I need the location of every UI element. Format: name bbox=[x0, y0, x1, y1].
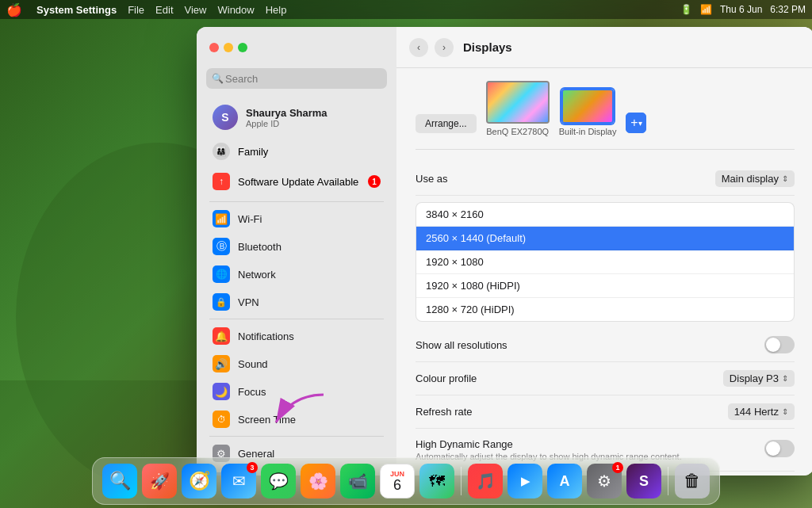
minimize-button[interactable] bbox=[224, 43, 233, 52]
sidebar-item-vpn[interactable]: 🔒 VPN bbox=[203, 288, 390, 315]
dock-item-finder[interactable]: 🔍 bbox=[102, 464, 137, 498]
menu-help[interactable]: Help bbox=[266, 4, 287, 16]
slack-icon: S bbox=[639, 473, 649, 490]
messages-icon: 💬 bbox=[269, 472, 289, 491]
dock-item-launchpad[interactable]: 🚀 bbox=[142, 464, 177, 498]
close-button[interactable] bbox=[209, 43, 219, 52]
main-titlebar: ‹ › Displays bbox=[396, 27, 812, 68]
menu-view[interactable]: View bbox=[185, 4, 207, 16]
dock-separator-2 bbox=[668, 467, 668, 495]
hdr-toggle[interactable] bbox=[764, 440, 795, 457]
dock-item-messages[interactable]: 💬 bbox=[261, 464, 296, 498]
dock-item-photos[interactable]: 🌸 bbox=[301, 464, 335, 498]
sidebar-search-container: 🔍 bbox=[197, 68, 396, 95]
software-update-icon: ↑ bbox=[213, 173, 230, 190]
dock-item-slack[interactable]: S bbox=[626, 464, 661, 498]
sidebar-item-screen-time[interactable]: ⏱ Screen Time bbox=[203, 406, 390, 433]
sidebar-item-software-update[interactable]: ↑ Software Update Available 1 bbox=[203, 168, 390, 195]
dock-item-trash[interactable]: 🗑 bbox=[675, 464, 710, 498]
app-name[interactable]: System Settings bbox=[36, 4, 117, 16]
menu-file[interactable]: File bbox=[128, 4, 144, 16]
dock-item-mail[interactable]: ✉ 3 bbox=[221, 464, 256, 498]
divider-3 bbox=[209, 436, 384, 437]
wifi-label: Wi-Fi bbox=[238, 213, 381, 225]
resolution-item-1[interactable]: 2560 × 1440 (Default) bbox=[416, 227, 794, 250]
show-all-row: Show all resolutions bbox=[416, 328, 795, 362]
refresh-rate-dropdown[interactable]: 144 Hertz ⇕ bbox=[728, 403, 795, 420]
sidebar-item-family[interactable]: 👨‍👩‍👧 Family bbox=[203, 138, 390, 165]
menu-window[interactable]: Window bbox=[217, 4, 254, 16]
display-builtin-label: Built-in Display bbox=[559, 127, 617, 136]
dock-item-maps[interactable]: 🗺 bbox=[419, 464, 454, 498]
resolution-item-4[interactable]: 1280 × 720 (HiDPI) bbox=[416, 298, 794, 321]
chevron-down-icon: ⇕ bbox=[782, 174, 788, 183]
toggle-knob bbox=[766, 441, 780, 456]
network-icon: 🌐 bbox=[213, 265, 230, 283]
focus-icon: 🌙 bbox=[213, 383, 230, 400]
use-as-dropdown[interactable]: Main display ⇕ bbox=[715, 170, 795, 187]
dock-item-appletv[interactable]: ▶ bbox=[508, 464, 542, 498]
refresh-rate-value: 144 Hertz bbox=[734, 406, 779, 418]
menu-edit[interactable]: Edit bbox=[155, 4, 173, 16]
dock-item-calendar[interactable]: JUN 6 bbox=[380, 464, 415, 498]
mail-badge: 3 bbox=[247, 462, 258, 473]
main-body[interactable]: Arrange... BenQ EX2780Q Built-in Display… bbox=[396, 68, 812, 476]
sidebar-item-sound[interactable]: 🔊 Sound bbox=[203, 350, 390, 377]
forward-button[interactable]: › bbox=[435, 38, 454, 57]
use-as-label: Use as bbox=[416, 173, 715, 185]
safari-icon: 🧭 bbox=[189, 471, 210, 491]
appletv-icon: ▶ bbox=[521, 475, 530, 487]
chevron-down-icon: ⇕ bbox=[782, 407, 788, 416]
dock-item-safari[interactable]: 🧭 bbox=[182, 464, 216, 498]
focus-label: Focus bbox=[238, 386, 381, 398]
software-update-badge: 1 bbox=[368, 175, 381, 188]
sidebar-item-bluetooth[interactable]: Ⓑ Bluetooth bbox=[203, 233, 390, 260]
maps-icon: 🗺 bbox=[429, 472, 445, 491]
colour-profile-dropdown[interactable]: Display P3 ⇕ bbox=[723, 370, 795, 387]
sidebar-item-focus[interactable]: 🌙 Focus bbox=[203, 378, 390, 405]
search-input[interactable] bbox=[206, 68, 387, 89]
maximize-button[interactable] bbox=[238, 43, 247, 52]
dock-item-appstore[interactable]: A bbox=[547, 464, 582, 498]
display-benq[interactable]: BenQ EX2780Q bbox=[486, 81, 550, 136]
add-display-button[interactable]: + ▾ bbox=[626, 113, 646, 133]
plus-icon: + bbox=[630, 116, 638, 130]
menubar-battery-icon: 🔋 bbox=[680, 4, 692, 15]
back-button[interactable]: ‹ bbox=[409, 38, 428, 57]
show-all-toggle[interactable] bbox=[764, 336, 795, 353]
sidebar-scroll[interactable]: S Shaurya Sharma Apple ID 👨‍👩‍👧 Family ↑… bbox=[197, 95, 396, 476]
sidebar-titlebar bbox=[197, 27, 396, 68]
resolution-item-0[interactable]: 3840 × 2160 bbox=[416, 203, 794, 227]
sidebar-item-network[interactable]: 🌐 Network bbox=[203, 261, 390, 288]
dock-separator bbox=[461, 467, 462, 495]
music-icon: 🎵 bbox=[476, 472, 496, 491]
mail-icon: ✉ bbox=[232, 472, 246, 491]
dock: 🔍 🚀 🧭 ✉ 3 💬 🌸 📹 JUN 6 🗺 🎵 ▶ A ⚙ 1 S bbox=[92, 457, 720, 505]
toggle-knob bbox=[766, 338, 780, 352]
show-all-label: Show all resolutions bbox=[416, 339, 764, 351]
use-as-row: Use as Main display ⇕ bbox=[416, 162, 795, 196]
apple-menu[interactable]: 🍎 bbox=[6, 2, 22, 17]
sidebar-item-wifi[interactable]: 📶 Wi-Fi bbox=[203, 205, 390, 232]
display-builtin[interactable]: Built-in Display bbox=[559, 89, 617, 136]
page-title: Displays bbox=[463, 40, 512, 54]
display-benq-screen bbox=[486, 81, 550, 124]
resolution-item-2[interactable]: 1920 × 1080 bbox=[416, 250, 794, 274]
notifications-icon: 🔔 bbox=[213, 327, 230, 345]
refresh-rate-row: Refresh rate 144 Hertz ⇕ bbox=[416, 395, 795, 429]
arrange-button[interactable]: Arrange... bbox=[416, 114, 477, 133]
sidebar-item-user[interactable]: S Shaurya Sharma Apple ID bbox=[203, 98, 390, 136]
divider-2 bbox=[209, 319, 384, 319]
screen-time-icon: ⏱ bbox=[213, 411, 230, 428]
menubar-clock: Thu 6 Jun 6:32 PM bbox=[720, 4, 806, 15]
sound-icon: 🔊 bbox=[213, 355, 230, 372]
sidebar-item-notifications[interactable]: 🔔 Notifications bbox=[203, 323, 390, 349]
dock-item-facetime[interactable]: 📹 bbox=[340, 464, 375, 498]
divider-1 bbox=[209, 201, 384, 202]
resolution-item-3[interactable]: 1920 × 1080 (HiDPI) bbox=[416, 274, 794, 298]
bluetooth-label: Bluetooth bbox=[238, 241, 381, 253]
dock-item-settings[interactable]: ⚙ 1 bbox=[587, 464, 622, 498]
bluetooth-icon: Ⓑ bbox=[213, 238, 230, 255]
software-update-label: Software Update Available bbox=[238, 176, 360, 188]
dock-item-music[interactable]: 🎵 bbox=[468, 464, 503, 498]
